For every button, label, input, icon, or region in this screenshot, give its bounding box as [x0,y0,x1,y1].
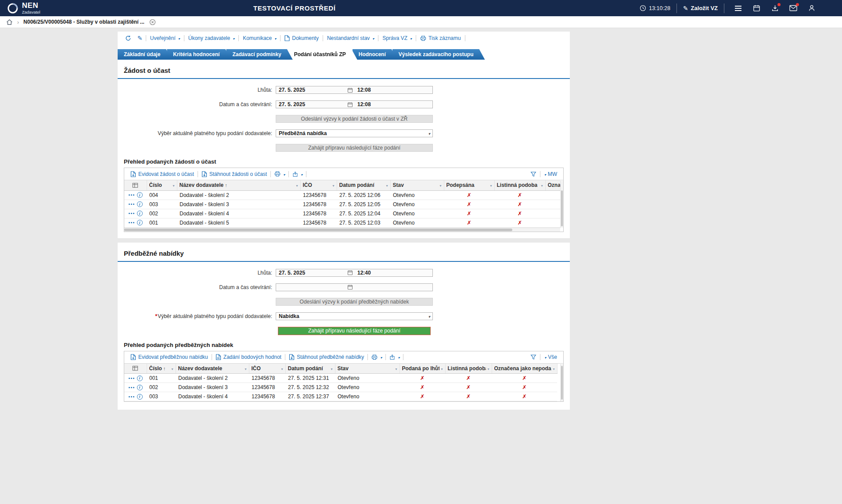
zahajit-pripravu-button[interactable]: Zahájit přípravu následující fáze podání [278,327,431,335]
odeslani-vyzvy-button[interactable]: Odeslání výzvy k podání žádosti o účast … [276,115,433,123]
edit-record-icon[interactable]: ✎ [134,35,146,41]
export-table-action[interactable] [386,354,403,360]
vyber-typu-podani-select[interactable]: Předběžná nabídka [276,129,433,137]
info-icon[interactable] [137,192,143,198]
filter-icon[interactable] [527,171,540,177]
column-cislo[interactable]: Číslo [147,180,177,190]
column-podana-po-lhute[interactable]: Podaná po lhůtě [399,364,445,374]
scrollbar-thumb[interactable] [124,229,512,231]
menu-dokumenty[interactable]: Dokumenty [281,35,323,41]
table-row[interactable]: 001Dodavatel - školení 21234567827. 5. 2… [124,374,557,383]
row-menu-icon[interactable] [129,378,134,379]
menu-icon[interactable] [734,4,742,12]
filter-chevron-icon[interactable] [281,365,283,372]
horizontal-scrollbar[interactable] [124,228,560,232]
odeslani-vyzvy-button[interactable]: Odeslání výzvy k podání předběžných nabí… [276,298,433,306]
lhuta-datetime-field[interactable]: 27. 5. 2025 12:40 [276,269,433,277]
downloads-icon[interactable] [771,4,779,12]
filter-chevron-icon[interactable] [245,365,246,372]
menu-nestandardni-stav[interactable]: Nestandardní stav [323,35,378,41]
filter-chevron-icon[interactable] [171,365,173,372]
calendar-picker-icon[interactable] [347,87,353,93]
zadani-bodovych-hodnot-action[interactable]: Zadání bodových hodnot [212,354,285,360]
tab-zadavaci-podminky[interactable]: Zadávací podmínky [226,49,292,60]
info-icon[interactable] [137,220,143,225]
menu-uverejneni[interactable]: Uveřejnění [146,35,184,41]
table-row[interactable]: 002Dodavatel - školení 41234567827. 5. 2… [124,209,560,218]
calendar-picker-icon[interactable] [347,284,353,290]
table-row[interactable]: 003Dodavatel - školení 31234567827. 5. 2… [124,200,560,209]
tab-kriteria-hodnoceni[interactable]: Kritéria hodnocení [167,49,231,60]
filter-chevron-icon[interactable] [439,182,441,188]
table-row[interactable]: 004Dodavatel - školení 21234567827. 5. 2… [124,190,560,200]
print-table-action[interactable] [368,354,385,360]
column-datum-podani[interactable]: Datum podání [285,364,335,374]
row-menu-icon[interactable] [129,213,134,214]
export-table-action[interactable] [289,171,306,177]
column-settings-header[interactable] [124,364,147,374]
column-podepsana[interactable]: Podepsána [444,180,494,190]
zalozit-vz-button[interactable]: ✎ Založit VZ [683,5,718,11]
tab-zakladni-udaje[interactable]: Základní údaje [118,49,172,60]
column-listinna-podoba[interactable]: Listinná podoba [445,364,492,374]
otevirani-time-value[interactable]: 12:08 [353,101,432,107]
user-icon[interactable] [808,4,816,12]
lhuta-time-value[interactable]: 12:08 [353,87,432,93]
scrollbar-thumb[interactable] [561,190,563,226]
row-menu-icon[interactable] [129,204,134,205]
stahnout-zadosti-action[interactable]: Stáhnout žádosti o účast [198,171,270,177]
filter-chevron-icon[interactable] [296,182,298,188]
print-table-action[interactable] [271,171,288,177]
lhuta-date-value[interactable]: 27. 5. 2025 [276,87,347,93]
row-menu-icon[interactable] [129,387,134,388]
otevirani-datetime-field[interactable]: 27. 5. 2025 12:08 [276,100,433,108]
row-menu-icon[interactable] [129,194,134,196]
tisk-zaznamu[interactable]: Tisk záznamu [416,35,465,41]
column-settings-header[interactable] [124,180,147,190]
stahnout-nabidky-action[interactable]: Stáhnout předběžné nabídky [285,354,367,360]
filter-chevron-icon[interactable] [173,182,174,188]
nen-logo[interactable]: NEN Zadavatel [7,2,40,14]
menu-ukony-zadavatele[interactable]: Úkony zadavatele [184,35,238,41]
row-menu-icon[interactable] [129,222,134,223]
column-settings-icon[interactable] [132,365,138,371]
vyber-typu-podani-select[interactable]: Nabídka [276,312,433,320]
column-nazev-dodavatele[interactable]: Název dodavatele [176,364,249,374]
calendar-picker-icon[interactable] [347,102,353,107]
column-oznacena[interactable]: Označena jako nepodaná [545,180,560,190]
breadcrumb-item[interactable]: N006/25/V00005048 - Služby v oblasti zaj… [23,19,144,25]
close-record-icon[interactable] [149,19,156,25]
row-menu-icon[interactable] [129,396,134,397]
menu-komunikace[interactable]: Komunikace [239,35,280,41]
calendar-picker-icon[interactable] [347,270,353,275]
filter-chevron-icon[interactable] [386,182,388,188]
table-row[interactable]: 001Dodavatel - školení 51234567827. 5. 2… [124,218,560,227]
calendar-icon[interactable] [752,4,760,12]
info-icon[interactable] [137,394,143,400]
tab-podani-ucastniku-zp[interactable]: Podání účastníků ZP [288,49,357,60]
column-stav[interactable]: Stav [335,364,399,374]
tab-hodnoceni[interactable]: Hodnocení [353,49,397,60]
column-settings-icon[interactable] [132,182,138,188]
info-icon[interactable] [137,385,143,390]
info-icon[interactable] [137,375,143,381]
info-icon[interactable] [137,201,143,207]
column-ico[interactable]: IČO [249,364,285,374]
table-row[interactable]: 002Dodavatel - školení 31234567827. 5. 2… [124,383,557,392]
column-nazev-dodavatele[interactable]: Název dodavatele↑ [177,180,300,190]
vertical-scrollbar[interactable] [560,181,563,228]
column-datum-podani[interactable]: Datum podání [337,180,390,190]
evidovat-zadost-action[interactable]: Evidovat žádost o účast [127,171,198,177]
scrollbar-thumb[interactable] [561,366,563,400]
view-selector[interactable]: MW [540,171,561,177]
lhuta-time-value[interactable]: 12:40 [353,270,432,276]
column-listinna-podoba[interactable]: Listinná podoba [494,180,545,190]
lhuta-datetime-field[interactable]: 27. 5. 2025 12:08 [276,86,433,94]
messages-icon[interactable] [789,4,797,12]
lhuta-date-value[interactable]: 27. 5. 2025 [276,270,347,276]
home-icon[interactable] [6,19,13,25]
otevirani-datetime-field[interactable] [276,283,433,291]
column-cislo[interactable]: Číslo↑ [147,364,176,374]
evidovat-nabidku-action[interactable]: Evidovat předběžnou nabídku [127,354,212,360]
column-ico[interactable]: IČO [300,180,337,190]
